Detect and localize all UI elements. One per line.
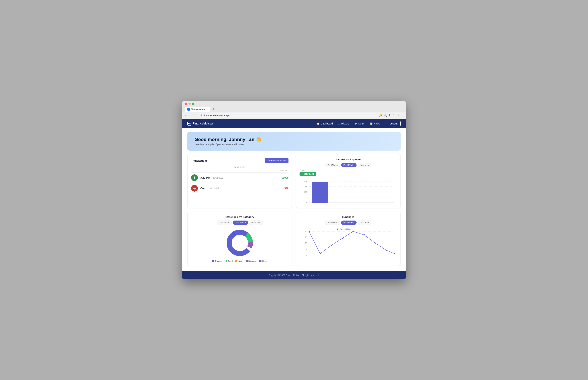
filter-past-week-category[interactable]: Past Week: [217, 221, 232, 225]
address-bar: ← → ↻ 🔒 financemeister.vercel.app 🔑 🔍 ⬆ …: [182, 112, 406, 119]
svg-point-34: [375, 243, 376, 244]
menu-icon[interactable]: ⋮: [401, 114, 403, 117]
footer: Copyright © 2022 FinanceMeister | All ri…: [182, 271, 406, 279]
browser-actions: 🔑 🔍 ⬆ ☆ ▭ ⋮: [379, 114, 403, 117]
svg-text:20: 20: [305, 230, 307, 232]
table-row: $ July Pay 26/61/2022 +$1000: [191, 172, 288, 183]
hero-banner: Good morning, Johnny Tan 👋 Here is an an…: [187, 132, 401, 151]
expenses-category-title: Expenses by Category: [191, 215, 288, 218]
legend-food: Food: [225, 260, 232, 262]
add-transaction-button[interactable]: Add a transaction: [265, 158, 288, 163]
footer-text: Copyright © 2022 FinanceMeister | All ri…: [268, 274, 319, 276]
table-row: 🚌 Grab 24/61/2022 -$20: [191, 183, 288, 193]
bookmark-icon[interactable]: ☆: [392, 114, 395, 117]
total-label: TOTAL:: [300, 170, 397, 171]
nav-link-history[interactable]: 🗂 History: [338, 122, 349, 125]
transactions-card: Transactions Add a transaction PAST WEEK…: [187, 154, 292, 208]
total-value: +$960.00: [300, 172, 316, 176]
svg-point-28: [309, 231, 310, 232]
svg-point-30: [331, 245, 332, 246]
filter-past-week-expenses[interactable]: Past Week: [325, 221, 340, 225]
svg-point-32: [352, 231, 354, 232]
income-expense-card: Income vs Expense Past Week Past Month P…: [296, 154, 401, 208]
logout-button[interactable]: Logout: [387, 121, 401, 126]
zoom-icon[interactable]: 🔍: [384, 114, 387, 117]
legend-label-luxury: Luxury: [238, 260, 243, 262]
traffic-light-yellow[interactable]: [188, 103, 191, 105]
svg-rect-9: [312, 182, 328, 203]
key-icon: 🔑: [379, 114, 382, 117]
filter-past-month-category[interactable]: Past Month: [233, 221, 248, 225]
svg-point-16: [337, 228, 338, 229]
url-text: financemeister.vercel.app: [204, 114, 230, 117]
traffic-light-red[interactable]: [185, 103, 187, 105]
income-expense-title: Income vs Expense: [300, 158, 397, 161]
svg-point-36: [394, 253, 395, 254]
filter-past-month-income[interactable]: Past Month: [341, 163, 357, 167]
transactions-header: Transactions Add a transaction: [191, 158, 288, 163]
tx-amount: +$1000: [280, 176, 288, 179]
tab-close-button[interactable]: ×: [206, 108, 208, 111]
svg-text:700: 700: [304, 186, 307, 188]
expenses-chart-card: Expenses Past Week Past Month Past Year …: [296, 212, 401, 266]
svg-text:350: 350: [304, 191, 307, 193]
svg-point-14: [233, 236, 247, 250]
legend-dot-food: [225, 260, 227, 262]
legend-label-food: Food: [228, 260, 232, 262]
filter-past-year-income[interactable]: Past Year: [358, 163, 371, 167]
tx-info-grab: Grab 24/61/2022: [200, 187, 284, 190]
traffic-lights: [185, 103, 403, 105]
tx-icon-grab: 🚌: [191, 185, 198, 191]
legend-dot-luxury: [235, 260, 237, 262]
forward-button[interactable]: →: [189, 114, 192, 117]
svg-text:0: 0: [306, 202, 307, 204]
goals-icon: ⚡: [354, 122, 357, 125]
nav-link-news[interactable]: 📰 News: [369, 122, 380, 125]
filter-past-year-category[interactable]: Past Year: [249, 221, 263, 225]
svg-text:5: 5: [306, 248, 307, 250]
hero-subtitle: Here is an analysis of your expense and …: [194, 143, 394, 146]
back-button[interactable]: ←: [185, 114, 187, 117]
legend-dot-business: [246, 260, 248, 262]
svg-point-35: [386, 249, 387, 250]
navbar: FM FinanceMeister 🏠 Dashboard 🗂 History …: [182, 119, 406, 128]
legend-others: Others: [259, 260, 267, 262]
svg-text:0: 0: [306, 254, 307, 256]
nav-link-dashboard[interactable]: 🏠 Dashboard: [317, 122, 333, 125]
tx-icon-july-pay: $: [191, 174, 198, 181]
traffic-light-green[interactable]: [192, 103, 194, 105]
nav-link-goals[interactable]: ⚡ Goals: [354, 122, 365, 125]
svg-point-33: [364, 234, 365, 235]
expenses-chart-filters: Past Week Past Month Past Year: [300, 221, 397, 225]
legend-dot-transport: [212, 260, 214, 262]
tx-date: 24/61/2022: [208, 187, 219, 190]
nav-links: 🏠 Dashboard 🗂 History ⚡ Goals 📰 News Log…: [317, 121, 401, 126]
legend-label-transport: Transport: [215, 260, 223, 262]
browser-tab[interactable]: FinanceMeister ×: [185, 107, 210, 112]
share-icon[interactable]: ⬆: [388, 114, 391, 117]
history-icon: 🗂: [338, 122, 340, 125]
legend-luxury: Luxury: [235, 260, 243, 262]
new-tab-button[interactable]: +: [211, 106, 216, 112]
url-bar[interactable]: 🔒 financemeister.vercel.app: [198, 113, 377, 117]
filter-past-week-income[interactable]: Past Week: [325, 163, 340, 167]
svg-point-31: [342, 238, 343, 239]
lock-icon: 🔒: [200, 114, 203, 116]
sidebar-toggle[interactable]: ▭: [397, 114, 399, 117]
donut-chart: [225, 229, 254, 257]
tx-amount: -$20: [284, 187, 288, 190]
svg-text:Amount Spent: Amount Spent: [340, 228, 352, 230]
filter-past-month-expenses[interactable]: Past Month: [341, 221, 357, 225]
browser-window: FinanceMeister × + ← → ↻ 🔒 financemeiste…: [182, 101, 406, 279]
legend-dot-others: [259, 260, 261, 262]
total-section: TOTAL: +$960.00: [300, 170, 397, 178]
expenses-category-card: Expenses by Category Past Week Past Mont…: [187, 212, 292, 266]
legend-business: Business: [246, 260, 257, 262]
tab-title: FinanceMeister: [191, 108, 205, 111]
home-icon: 🏠: [317, 122, 320, 125]
expenses-category-filters: Past Week Past Month Past Year: [191, 221, 288, 225]
refresh-button[interactable]: ↻: [193, 114, 196, 117]
expenses-line-chart: Amount Spent 20 15 10 5 0: [300, 227, 397, 259]
filter-past-year-expenses[interactable]: Past Year: [358, 221, 371, 225]
app-container: FM FinanceMeister 🏠 Dashboard 🗂 History …: [182, 119, 406, 279]
